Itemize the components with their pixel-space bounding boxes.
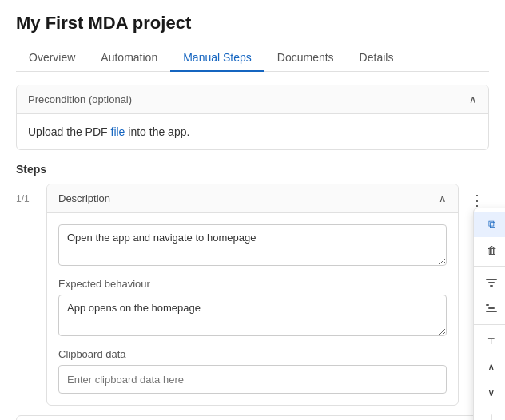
step-card: Description ∧ Open the app and navigate … bbox=[46, 184, 459, 406]
context-menu: ⧉ Duplicate 🗑 Delete Insert Before bbox=[473, 208, 505, 420]
insert-before-icon bbox=[485, 276, 498, 289]
tab-nav: Overview Automation Manual Steps Documen… bbox=[16, 45, 489, 72]
move-up-icon: ∧ bbox=[485, 360, 498, 373]
tab-manual-steps[interactable]: Manual Steps bbox=[170, 45, 264, 72]
insert-after-icon bbox=[485, 302, 498, 315]
tab-details[interactable]: Details bbox=[347, 45, 407, 72]
move-last-icon: ⊥ bbox=[485, 411, 498, 420]
step-description-label: Description bbox=[58, 192, 110, 204]
menu-item-move-first[interactable]: ⊤ Move First bbox=[474, 328, 505, 354]
step-card-header: Description ∧ bbox=[47, 184, 458, 213]
step-number: 1/1 bbox=[16, 193, 40, 204]
svg-rect-2 bbox=[490, 285, 493, 287]
precondition-collapse-icon[interactable]: ∧ bbox=[469, 93, 477, 105]
svg-rect-1 bbox=[488, 282, 495, 283]
svg-rect-3 bbox=[486, 304, 489, 306]
tab-documents[interactable]: Documents bbox=[264, 45, 347, 72]
menu-item-move-up[interactable]: ∧ Move Up bbox=[474, 354, 505, 379]
description-textarea[interactable]: Open the app and navigate to homepage bbox=[58, 224, 447, 266]
steps-label: Steps bbox=[16, 163, 489, 176]
menu-divider-2 bbox=[474, 324, 505, 325]
duplicate-icon: ⧉ bbox=[485, 218, 498, 231]
page-title: My First MDA project bbox=[16, 13, 489, 34]
svg-rect-4 bbox=[488, 307, 495, 309]
move-down-icon: ∨ bbox=[485, 386, 498, 398]
precondition-label: Precondition (optional) bbox=[28, 93, 132, 105]
step-row: 1/1 Description ∧ Open the app and navig… bbox=[16, 184, 489, 406]
precondition-text-after: into the app. bbox=[125, 125, 189, 138]
clipboard-input[interactable] bbox=[58, 365, 447, 394]
menu-item-move-down[interactable]: ∨ Move Down bbox=[474, 379, 505, 405]
delete-icon: 🗑 bbox=[485, 244, 498, 256]
menu-item-move-last[interactable]: ⊥ Move Last bbox=[474, 405, 505, 420]
tab-overview[interactable]: Overview bbox=[16, 45, 88, 72]
expected-textarea[interactable]: App opens on the homepage bbox=[58, 295, 447, 336]
menu-item-insert-after[interactable]: Insert After bbox=[474, 295, 505, 321]
menu-item-insert-before[interactable]: Insert Before bbox=[474, 270, 505, 295]
svg-rect-5 bbox=[486, 311, 497, 312]
menu-divider-1 bbox=[474, 266, 505, 267]
move-first-icon: ⊤ bbox=[485, 335, 498, 347]
precondition-link[interactable]: file bbox=[111, 125, 125, 138]
precondition-box: Precondition (optional) ∧ Upload the PDF… bbox=[16, 85, 489, 150]
tab-automation[interactable]: Automation bbox=[88, 45, 170, 72]
menu-item-delete[interactable]: 🗑 Delete bbox=[474, 237, 505, 263]
step-card-body: Open the app and navigate to homepage Ex… bbox=[47, 213, 458, 405]
clipboard-label: Clipboard data bbox=[58, 348, 447, 360]
step-collapse-icon[interactable]: ∧ bbox=[439, 192, 447, 204]
svg-rect-0 bbox=[486, 279, 497, 280]
menu-item-duplicate[interactable]: ⧉ Duplicate bbox=[474, 212, 505, 237]
precondition-content: Upload the PDF file into the app. bbox=[17, 114, 488, 149]
precondition-header: Precondition (optional) ∧ bbox=[17, 85, 488, 114]
expected-label: Expected behaviour bbox=[58, 278, 447, 290]
precondition-text-before: Upload the PDF bbox=[28, 125, 111, 138]
new-test-step-button[interactable]: + New test step bbox=[16, 415, 489, 420]
